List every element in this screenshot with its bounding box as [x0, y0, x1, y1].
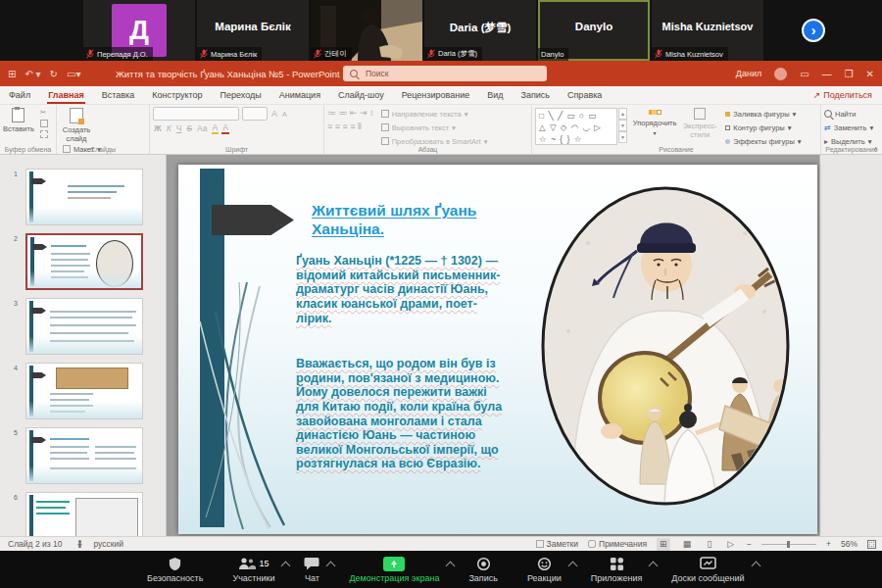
tab-insert[interactable]: Вставка: [93, 86, 143, 104]
next-participants-page-button[interactable]: ›: [802, 19, 825, 42]
chat-menu-caret[interactable]: [326, 561, 336, 570]
comments-button[interactable]: Примечания: [588, 539, 647, 549]
whiteboards-button[interactable]: Доски сообщений: [671, 557, 744, 583]
slide-sorter-view-button[interactable]: ▦: [680, 538, 695, 551]
slide-paragraph-1[interactable]: Ґуань Ханьцін (*1225 — † 1302) — відомий…: [296, 254, 512, 325]
copy-icon[interactable]: [40, 120, 48, 127]
underline-button[interactable]: Ч: [175, 123, 183, 133]
shrink-font-button[interactable]: А: [281, 111, 288, 118]
language-indicator[interactable]: русский: [93, 539, 123, 549]
shapes-gallery-scroll[interactable]: ▲▼▼: [618, 108, 627, 145]
tab-slideshow[interactable]: Слайд-шоу: [329, 86, 393, 104]
participant-tile-video[interactable]: 간테이: [311, 0, 422, 61]
quick-styles-button[interactable]: Экспресс-стили: [680, 108, 719, 139]
slide-thumbnail-2-selected[interactable]: [25, 233, 143, 290]
participant-tile-danylo-active-speaker[interactable]: Danylo Danylo: [538, 0, 650, 61]
slide-thumbnail-6[interactable]: [25, 492, 143, 536]
record-button[interactable]: Запись: [468, 557, 498, 583]
zoom-out-button[interactable]: −: [747, 539, 752, 549]
shapes-gallery[interactable]: □ ╲ ╱ ▭ ○ ▭ △ ▽ ◇ ◠ ◡ ▷ ☆ ~ { } ☆: [535, 108, 617, 145]
account-name[interactable]: Данил: [736, 69, 761, 78]
replace-button[interactable]: ⇄Заменить ▾: [824, 122, 873, 133]
tab-animations[interactable]: Анимация: [270, 86, 329, 104]
share-button[interactable]: ↗Поделиться: [813, 90, 872, 100]
align-text-button[interactable]: Выровнять текст ▾: [381, 122, 488, 133]
slide-thumbnail-5[interactable]: [25, 427, 143, 484]
minimize-icon[interactable]: —: [822, 69, 832, 79]
security-button[interactable]: Безопасность: [147, 557, 203, 583]
alignment-icons[interactable]: ≡ ≡ ≡ ≡ ⫴: [327, 122, 374, 132]
slide-thumbnail-4[interactable]: [25, 363, 143, 419]
slide-thumbnail-panel[interactable]: 1 2 3: [0, 155, 167, 536]
bold-button[interactable]: Ж: [153, 123, 163, 133]
start-slideshow-icon[interactable]: ▭▾: [67, 69, 80, 79]
slide-thumbnail-1[interactable]: [25, 169, 143, 225]
zoom-slider[interactable]: [761, 544, 816, 545]
zoom-slider-knob[interactable]: [787, 541, 790, 548]
new-slide-button[interactable]: Создать слайд: [60, 108, 93, 143]
share-screen-menu-caret[interactable]: [446, 561, 456, 570]
participant-tile-daria[interactable]: Daria (梦雪) Daria (梦雪): [424, 0, 536, 61]
accessibility-icon[interactable]: [75, 540, 83, 549]
cut-icon[interactable]: ✂: [40, 108, 48, 117]
collapse-ribbon-icon[interactable]: ∧: [873, 145, 878, 153]
tab-home[interactable]: Главная: [39, 86, 93, 104]
italic-button[interactable]: К: [166, 123, 172, 133]
participant-tile-marina[interactable]: Марина Бєлік Марина Бєлік: [197, 0, 309, 61]
tab-record[interactable]: Запись: [512, 86, 559, 104]
apps-button[interactable]: Приложения: [591, 557, 643, 583]
zoom-in-button[interactable]: +: [826, 539, 831, 549]
restore-icon[interactable]: ❐: [845, 69, 854, 79]
paste-button[interactable]: Вставить: [3, 108, 34, 133]
tab-file[interactable]: Файл: [0, 86, 39, 104]
strikethrough-button[interactable]: S: [185, 123, 193, 133]
text-direction-button[interactable]: Направление текста ▾: [381, 108, 488, 120]
reading-view-button[interactable]: ▯: [704, 538, 714, 551]
share-screen-button[interactable]: Демонстрация экрана: [349, 557, 439, 583]
font-name-select[interactable]: [153, 107, 239, 121]
ribbon-display-options-icon[interactable]: ▭: [800, 69, 808, 79]
arrange-button[interactable]: Упорядочить▾: [633, 108, 676, 136]
grow-font-button[interactable]: А: [270, 109, 278, 119]
reactions-menu-caret[interactable]: [567, 561, 577, 570]
tab-view[interactable]: Вид: [478, 86, 512, 104]
slide-illustration-guan-hanqing[interactable]: [539, 184, 792, 508]
autosave-icon[interactable]: ⊞: [8, 69, 16, 79]
reactions-button[interactable]: Реакции: [527, 557, 562, 583]
search-box[interactable]: [343, 66, 547, 81]
find-button[interactable]: Найти: [824, 108, 873, 120]
tab-design[interactable]: Конструктор: [143, 86, 211, 104]
undo-icon[interactable]: ↶ ▾: [24, 69, 40, 79]
chat-button[interactable]: Чат: [304, 557, 319, 583]
font-color-button[interactable]: А: [221, 122, 229, 134]
slide-arrow-shape[interactable]: [212, 205, 294, 235]
close-icon[interactable]: ✕: [866, 69, 874, 79]
apps-menu-caret[interactable]: [649, 561, 659, 570]
normal-view-button[interactable]: ⊞: [657, 538, 670, 551]
slide-paragraph-2[interactable]: Вважається, що родом він був із родини, …: [296, 357, 512, 471]
slide-thumbnail-3[interactable]: [25, 298, 143, 355]
participants-button[interactable]: 15 Участники: [232, 557, 274, 583]
slideshow-view-button[interactable]: ▷: [724, 538, 737, 551]
tab-transitions[interactable]: Переходы: [212, 86, 270, 104]
whiteboards-menu-caret[interactable]: [751, 561, 760, 570]
participant-tile-misha[interactable]: Misha Kuznietsov Misha Kuznietsov: [652, 0, 763, 61]
participants-menu-caret[interactable]: [281, 561, 291, 570]
zoom-percentage[interactable]: 56%: [841, 539, 858, 549]
tab-review[interactable]: Рецензирование: [393, 86, 479, 104]
participant-tile-perepadia[interactable]: Д Перепадя Д.О.: [83, 0, 195, 61]
fit-slide-to-window-icon[interactable]: [867, 540, 876, 549]
search-input[interactable]: [364, 68, 540, 79]
notes-button[interactable]: Заметки: [536, 539, 579, 549]
format-painter-icon[interactable]: [40, 130, 48, 138]
bullets-numbering-icons[interactable]: ≔ ≕ ⇤ ⇥ ↕: [327, 108, 374, 118]
shape-outline-button[interactable]: Контур фигуры ▾: [725, 122, 801, 133]
tab-help[interactable]: Справка: [559, 86, 611, 104]
highlight-color-button[interactable]: А: [212, 122, 220, 134]
shape-fill-button[interactable]: Заливка фигуры ▾: [725, 108, 801, 120]
slide-title[interactable]: Життєвий шлях Ґуань Ханьціна.: [312, 201, 506, 239]
change-case-button[interactable]: Аа: [196, 123, 209, 133]
redo-icon[interactable]: ↻: [50, 69, 58, 79]
account-avatar[interactable]: [774, 68, 787, 80]
font-size-select[interactable]: [242, 107, 268, 121]
